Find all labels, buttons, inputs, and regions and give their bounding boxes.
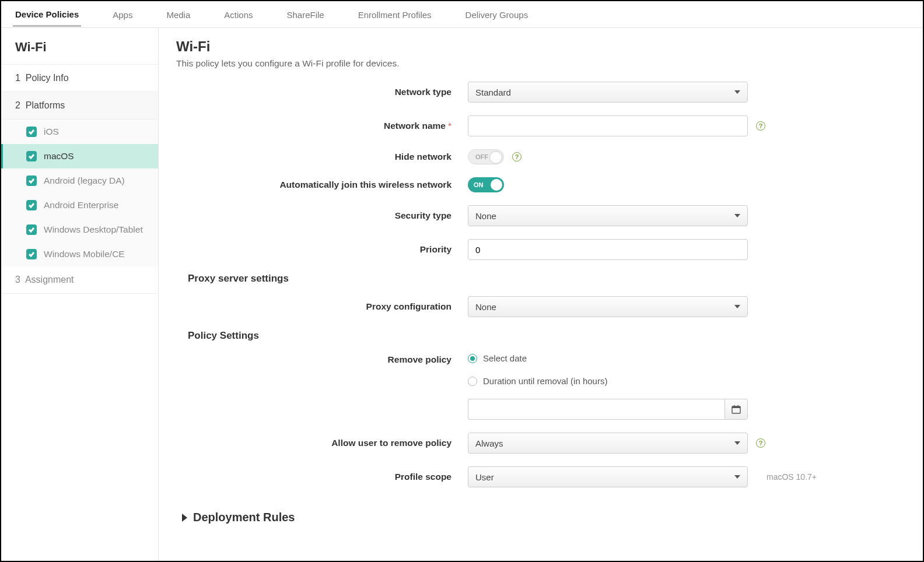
label-network-type: Network type	[176, 87, 468, 97]
sidebar: Wi-Fi 1 Policy Info 2 Platforms iOS macO…	[1, 28, 159, 561]
radio-duration[interactable]: Duration until removal (in hours)	[468, 376, 607, 386]
select-network-type[interactable]: Standard	[468, 82, 748, 103]
label-auto-join: Automatically join this wireless network	[176, 180, 468, 190]
page-title: Wi-Fi	[176, 38, 900, 55]
input-date[interactable]	[468, 399, 724, 419]
select-allow-remove[interactable]: Always	[468, 433, 748, 454]
input-network-name[interactable]	[475, 116, 740, 136]
platform-label: Windows Mobile/CE	[44, 249, 125, 259]
date-picker-button[interactable]	[724, 399, 748, 420]
label-priority: Priority	[176, 244, 468, 255]
label-hide-network: Hide network	[176, 152, 468, 162]
select-value: None	[475, 211, 496, 221]
checkbox-icon[interactable]	[26, 127, 37, 137]
step-num: 2	[15, 100, 20, 110]
checkbox-icon[interactable]	[26, 151, 37, 161]
chevron-down-icon	[734, 90, 740, 94]
label-remove-policy: Remove policy	[176, 353, 468, 365]
select-profile-scope[interactable]: User	[468, 466, 748, 487]
calendar-icon	[732, 405, 741, 414]
svg-rect-1	[732, 406, 740, 408]
radio-icon	[468, 354, 477, 363]
checkbox-icon[interactable]	[26, 224, 37, 235]
step-num: 3	[15, 275, 20, 284]
select-value: User	[475, 472, 494, 482]
step-platforms[interactable]: 2 Platforms	[1, 92, 158, 120]
select-security-type[interactable]: None	[468, 205, 748, 226]
main-panel: Wi-Fi This policy lets you configure a W…	[159, 28, 923, 561]
platform-label: Windows Desktop/Tablet	[44, 224, 143, 235]
step-label: Platforms	[26, 100, 65, 110]
radio-label: Duration until removal (in hours)	[483, 376, 607, 386]
label-proxy-config: Proxy configuration	[176, 301, 468, 312]
triangle-right-icon	[182, 514, 187, 522]
toggle-auto-join[interactable]: ON	[468, 177, 504, 192]
platform-macos[interactable]: macOS	[1, 144, 158, 168]
svg-rect-2	[734, 405, 735, 407]
platform-list: iOS macOS Android (legacy DA) Android En…	[1, 120, 158, 266]
platform-label: macOS	[44, 151, 74, 161]
sidebar-title: Wi-Fi	[1, 28, 158, 65]
step-label: Assignment	[25, 275, 74, 284]
step-label: Policy Info	[26, 73, 69, 83]
platform-windows-desktop[interactable]: Windows Desktop/Tablet	[1, 217, 158, 242]
deployment-rules-toggle[interactable]: Deployment Rules	[182, 511, 900, 524]
input-network-name-wrap	[468, 115, 748, 136]
checkbox-icon[interactable]	[26, 175, 37, 186]
hint-profile-scope: macOS 10.7+	[766, 472, 817, 482]
top-nav: Device Policies Apps Media Actions Share…	[1, 1, 923, 28]
chevron-down-icon	[734, 214, 740, 217]
select-value: Standard	[475, 87, 511, 97]
chevron-down-icon	[734, 475, 740, 479]
checkbox-icon[interactable]	[26, 249, 37, 259]
select-value: Always	[475, 438, 503, 448]
tab-sharefile[interactable]: ShareFile	[285, 3, 327, 26]
tab-apps[interactable]: Apps	[110, 3, 135, 26]
label-profile-scope: Profile scope	[176, 472, 468, 482]
label-allow-remove: Allow user to remove policy	[176, 438, 468, 448]
checkbox-icon[interactable]	[26, 200, 37, 210]
platform-label: Android (legacy DA)	[44, 175, 125, 186]
chevron-down-icon	[734, 441, 740, 445]
input-priority-wrap	[468, 239, 748, 260]
help-icon[interactable]: ?	[756, 121, 765, 131]
radio-icon	[468, 377, 477, 386]
input-priority[interactable]	[475, 240, 740, 259]
step-assignment[interactable]: 3 Assignment	[1, 266, 158, 294]
toggle-hide-network[interactable]: OFF	[468, 149, 504, 164]
platform-label: iOS	[44, 127, 59, 137]
tab-enrollment-profiles[interactable]: Enrollment Profiles	[356, 3, 434, 26]
step-num: 1	[15, 73, 20, 83]
label-network-name: Network name*	[176, 121, 468, 131]
help-icon[interactable]: ?	[756, 438, 765, 448]
step-policy-info[interactable]: 1 Policy Info	[1, 65, 158, 92]
section-policy-heading: Policy Settings	[188, 330, 900, 342]
platform-ios[interactable]: iOS	[1, 120, 158, 144]
page-description: This policy lets you configure a Wi-Fi p…	[176, 58, 900, 69]
tab-delivery-groups[interactable]: Delivery Groups	[463, 3, 531, 26]
deployment-rules-label: Deployment Rules	[193, 511, 295, 524]
tab-device-policies[interactable]: Device Policies	[13, 2, 81, 27]
svg-rect-3	[738, 405, 739, 407]
select-value: None	[475, 302, 496, 312]
radio-select-date[interactable]: Select date	[468, 353, 527, 363]
tab-actions[interactable]: Actions	[222, 3, 255, 26]
select-proxy-config[interactable]: None	[468, 296, 748, 317]
platform-android-enterprise[interactable]: Android Enterprise	[1, 193, 158, 217]
label-security-type: Security type	[176, 210, 468, 221]
platform-android-legacy[interactable]: Android (legacy DA)	[1, 168, 158, 193]
tab-media[interactable]: Media	[164, 3, 192, 26]
chevron-down-icon	[734, 305, 740, 308]
platform-windows-mobile[interactable]: Windows Mobile/CE	[1, 242, 158, 266]
radio-label: Select date	[483, 353, 527, 363]
platform-label: Android Enterprise	[44, 200, 118, 210]
help-icon[interactable]: ?	[512, 152, 522, 161]
input-date-wrap	[468, 399, 724, 420]
section-proxy-heading: Proxy server settings	[188, 273, 900, 284]
